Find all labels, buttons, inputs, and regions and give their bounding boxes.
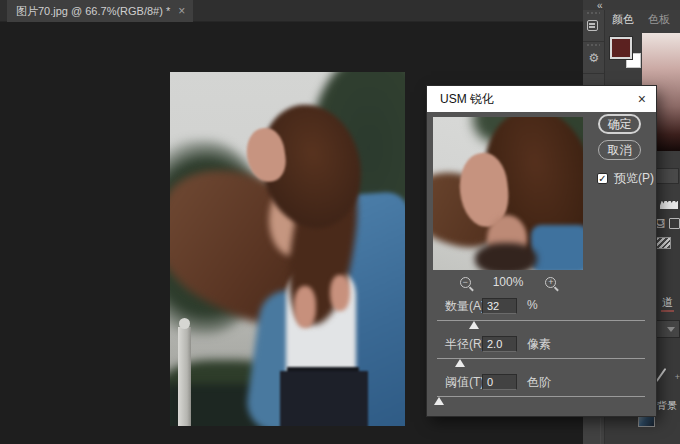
zoom-level: 100% bbox=[493, 275, 524, 289]
blend-mode-dropdown[interactable] bbox=[655, 320, 680, 338]
slider-track bbox=[437, 396, 645, 397]
preview-denim bbox=[531, 225, 583, 270]
add-icon[interactable]: + bbox=[675, 372, 680, 382]
dialog-close-icon[interactable]: × bbox=[638, 92, 646, 106]
slider-thumb[interactable] bbox=[469, 321, 479, 329]
properties-panel-button[interactable]: ⚙ bbox=[583, 42, 604, 74]
preview-checkbox[interactable]: ✓ bbox=[597, 173, 608, 184]
preview-zoom-controls: − 100% + bbox=[433, 274, 583, 290]
dock-divider bbox=[600, 418, 601, 444]
zoom-in-icon[interactable]: + bbox=[545, 277, 556, 288]
radius-input[interactable] bbox=[482, 336, 517, 352]
document-tab-title: 图片70.jpg @ 66.7%(RGB/8#) * bbox=[16, 4, 170, 19]
dialog-title-bar[interactable]: USM 锐化 × bbox=[427, 86, 656, 112]
dialog-title: USM 锐化 bbox=[440, 91, 494, 108]
photoshop-window: 图片70.jpg @ 66.7%(RGB/8#) * × bbox=[0, 0, 680, 444]
photo-hand-right bbox=[330, 275, 350, 311]
radius-unit: 像素 bbox=[527, 336, 551, 353]
photo-pants bbox=[280, 371, 368, 426]
cancel-button[interactable]: 取消 bbox=[598, 140, 641, 160]
amount-input[interactable] bbox=[482, 298, 517, 314]
panel-grip-icon bbox=[587, 12, 600, 14]
slider-track bbox=[437, 320, 645, 321]
channels-panel-tab[interactable]: 道 bbox=[661, 295, 674, 312]
preview-shoulder bbox=[475, 243, 537, 270]
document-image[interactable] bbox=[170, 72, 405, 426]
sharpen-preview-image[interactable] bbox=[433, 117, 583, 270]
panel-grip-icon bbox=[587, 44, 600, 46]
photo-fence-post-cap bbox=[179, 318, 190, 329]
preview-checkbox-label: 预览(P) bbox=[614, 170, 654, 187]
ok-button[interactable]: 确定 bbox=[598, 114, 641, 134]
threshold-slider[interactable] bbox=[437, 395, 645, 405]
brush-icon[interactable] bbox=[658, 366, 672, 384]
foreground-color-swatch[interactable] bbox=[610, 37, 632, 59]
color-panel-tabs: 颜色 色板 bbox=[605, 10, 680, 28]
fill-adjustment-icon[interactable]: ⛾ bbox=[655, 218, 665, 230]
amount-slider[interactable] bbox=[437, 319, 645, 329]
threshold-input[interactable] bbox=[482, 374, 517, 390]
history-panel-button[interactable] bbox=[583, 10, 604, 42]
pattern-adjustment-icon[interactable] bbox=[656, 237, 671, 249]
usm-sharpen-dialog: USM 锐化 × − 100% + 确定 取消 ✓ 预览(P) 数量(A): % bbox=[427, 86, 656, 416]
slider-track bbox=[437, 358, 645, 359]
zoom-out-icon[interactable]: − bbox=[460, 277, 471, 288]
properties-panel-icon: ⚙ bbox=[587, 49, 601, 67]
tab-color[interactable]: 颜色 bbox=[605, 12, 641, 27]
background-layer-label[interactable]: 背景 bbox=[657, 399, 677, 413]
slider-thumb[interactable] bbox=[434, 397, 444, 405]
adjustment-icons-row: ⛾ bbox=[654, 218, 680, 231]
preview-checkbox-row: ✓ 预览(P) bbox=[597, 170, 654, 187]
slider-thumb[interactable] bbox=[455, 359, 465, 367]
chevron-down-icon bbox=[667, 327, 675, 332]
amount-unit: % bbox=[527, 298, 538, 312]
curves-adjustment-icon[interactable] bbox=[669, 218, 680, 229]
history-panel-icon bbox=[587, 20, 598, 31]
tab-close-icon[interactable]: × bbox=[178, 5, 185, 17]
photo-hand-left bbox=[294, 286, 316, 328]
document-tab[interactable]: 图片70.jpg @ 66.7%(RGB/8#) * × bbox=[7, 0, 193, 22]
threshold-unit: 色阶 bbox=[527, 374, 551, 391]
photo-fence-post bbox=[178, 327, 191, 426]
document-tab-bar: 图片70.jpg @ 66.7%(RGB/8#) * × bbox=[0, 0, 583, 22]
radius-slider[interactable] bbox=[437, 357, 645, 367]
tab-swatches[interactable]: 色板 bbox=[641, 12, 677, 27]
